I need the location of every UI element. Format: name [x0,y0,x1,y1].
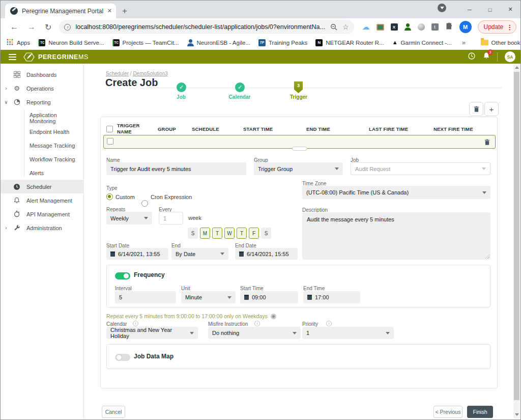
start-date-input[interactable]: 6/14/2021, 13:55 [106,248,168,260]
sidebar-item-api-management[interactable]: API Management [1,207,84,221]
day-sunday-button[interactable]: S [188,228,198,239]
selected-trigger-row[interactable] [103,135,496,149]
puzzle-extensions-icon[interactable] [445,22,453,32]
user-avatar[interactable]: SA [505,51,515,62]
info-icon[interactable]: i [254,321,260,326]
apps-grid-icon[interactable] [7,38,13,47]
sidebar-item-application-monitoring[interactable]: Application Monitoring [1,111,84,125]
scrollbar-thumb[interactable] [514,72,519,400]
priority-select[interactable]: 1 [302,327,394,339]
content-scrollbar[interactable] [513,64,520,418]
calendar-select[interactable]: Christmas and New Year Holiday [106,327,198,339]
row-checkbox[interactable] [107,138,113,145]
hamburger-menu-icon[interactable] [9,54,16,60]
radio-custom[interactable] [106,193,113,200]
bookmark-star-icon[interactable]: ☆ [342,23,349,31]
info-icon[interactable]: i [133,321,138,326]
day-wednesday-button[interactable]: W [224,228,235,239]
radio-cron-label[interactable]: Cron Expression [151,194,192,200]
sidebar-item-alerts[interactable]: Alerts [1,166,84,180]
finish-button[interactable]: Finish [467,406,493,418]
cloud-extension-icon[interactable]: ☁ [362,22,370,32]
bookmarks-overflow-icon[interactable]: » [462,39,466,46]
tab-close-icon[interactable]: ✕ [107,8,112,14]
close-button[interactable]: ✕ [500,1,520,18]
other-bookmarks[interactable]: Other bookmarks [481,40,521,46]
frequency-toggle[interactable] [115,272,130,279]
job-data-map-toggle[interactable] [115,354,130,361]
misfire-select[interactable]: Do nothing [208,327,301,339]
t-extension-icon[interactable]: t [431,23,439,31]
breadcrumb-scheduler-link[interactable]: Scheduler [106,71,129,76]
new-tab-button[interactable]: + [122,6,127,16]
bookmark-item[interactable]: NeuronESB - Agile... [187,39,250,46]
notifications-bell-icon[interactable]: 3 [483,52,490,62]
sidebar-item-message-tracking[interactable]: Message Tracking [1,138,84,152]
update-button[interactable]: Update ⋮ [478,20,517,34]
day-friday-button[interactable]: F [249,228,259,239]
bookmark-item[interactable]: TC Projects — TeamCit... [112,39,179,46]
reload-icon[interactable]: ↻ [45,22,51,32]
cancel-button[interactable]: Cancel [102,406,125,418]
day-saturday-button[interactable]: S [261,228,271,239]
site-info-icon[interactable]: i [64,24,71,31]
minimize-button[interactable]: ─ [459,1,480,18]
radio-cron-expression[interactable] [141,200,148,207]
timezone-select[interactable]: (UTC-08:00) Pacific Time (US & Canada) [302,186,490,199]
previous-button[interactable]: < Previous [433,406,462,418]
back-icon[interactable]: ← [10,22,18,32]
board-extension-icon[interactable] [377,24,384,31]
select-all-checkbox[interactable] [106,126,113,132]
browser-tab[interactable]: Peregrine Management Portal ✕ [5,4,116,18]
add-trigger-button[interactable]: + [484,102,499,116]
row-drag-handle[interactable] [292,147,307,151]
start-time-input[interactable]: 09:00 [240,291,298,303]
every-input[interactable]: 1 [159,212,183,225]
bookmark-item[interactable]: TC Neuron Build Serve... [38,39,104,46]
profile-avatar[interactable]: M [459,21,472,33]
eye-icon[interactable] [271,314,276,319]
sidebar-item-dashboards[interactable]: Dashboards [1,68,84,81]
breadcrumb-current-link[interactable]: DemoSolution3 [133,71,167,76]
info-icon[interactable]: i [326,321,332,326]
end-select[interactable]: By Date [171,248,228,260]
description-textarea[interactable]: Audit the message every 5 minutes [302,212,490,260]
sidebar-item-administration[interactable]: › Administration [1,221,84,235]
row-delete-button[interactable] [484,138,490,148]
menu-dots-icon[interactable]: ⋮ [506,23,513,31]
sidebar-item-alert-management[interactable]: Alert Management [1,193,84,207]
scroll-up-icon[interactable] [515,66,519,69]
delete-trigger-button[interactable] [469,102,483,116]
forward-icon[interactable]: → [27,22,36,32]
name-input[interactable]: Trigger for Audit every 5 minutes [106,162,246,175]
end-date-input[interactable]: 6/14/2021, 15:55 [235,248,298,260]
zoom-out-icon[interactable] [330,23,337,31]
day-thursday-button[interactable]: T [237,228,247,239]
sidebar-item-scheduler[interactable]: Scheduler [1,180,84,193]
day-tuesday-button[interactable]: T [212,228,222,239]
tab-search-icon[interactable] [438,4,446,12]
day-monday-button[interactable]: M [200,228,210,239]
bookmark-item[interactable]: ▲ Garmin Connect -... [392,40,452,46]
history-icon[interactable] [468,52,476,62]
group-select[interactable]: Trigger Group [254,162,343,175]
unit-select[interactable]: Minute [181,291,236,303]
sidebar-item-reporting[interactable]: ∨ Reporting [1,95,84,109]
sidebar-item-operations[interactable]: › ⚙ Operations [1,81,84,95]
maximize-button[interactable]: □ [480,1,500,18]
url-text[interactable]: localhost:8080/peregrinems/scheduler/sch… [75,23,325,31]
end-time-input[interactable]: 17:00 [303,291,360,303]
bookmark-item[interactable]: N NETGEAR Router R... [315,39,384,46]
sidebar-item-endpoint-health[interactable]: Endpoint Health [1,125,84,138]
apps-label[interactable]: Apps [17,40,30,46]
repeats-select[interactable]: Weekly [106,212,152,225]
person-extension-icon[interactable] [404,23,411,31]
x-extension-icon[interactable]: X [391,23,398,31]
bookmark-item[interactable]: TP Training Peaks [258,39,307,46]
radio-custom-label[interactable]: Custom [115,194,135,200]
sphere-extension-icon[interactable] [418,23,425,31]
scroll-down-icon[interactable] [515,413,519,416]
address-bar[interactable]: i localhost:8080/peregrinems/scheduler/s… [59,20,354,34]
interval-input[interactable]: 5 [115,291,176,303]
sidebar-item-workflow-tracking[interactable]: Workflow Tracking [1,152,84,166]
